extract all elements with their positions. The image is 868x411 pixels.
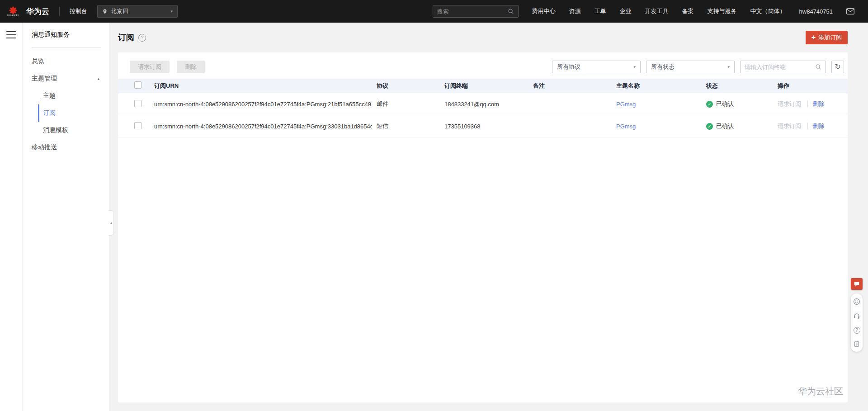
sidebar-strip-divider bbox=[22, 23, 23, 411]
row-checkbox[interactable] bbox=[134, 100, 142, 107]
nav-tickets[interactable]: 工单 bbox=[594, 7, 606, 15]
subscription-urn: urn:smn:cn-north-4:08e529086200257f2f94c… bbox=[150, 123, 372, 130]
console-link[interactable]: 控制台 bbox=[70, 7, 87, 15]
endpoint-value: 17355109368 bbox=[440, 123, 528, 130]
sidebar-item-message-templates[interactable]: 消息模板 bbox=[38, 122, 109, 139]
hamburger-menu-icon[interactable] bbox=[6, 31, 16, 38]
global-search-input[interactable] bbox=[437, 8, 508, 15]
topbar-nav: 费用中心 资源 工单 企业 开发工具 备案 支持与服务 中文（简体） hw847… bbox=[532, 7, 833, 15]
chevron-down-icon: ▾ bbox=[170, 9, 173, 14]
row-delete-action[interactable]: 删除 bbox=[807, 123, 825, 129]
refresh-button[interactable]: ↻ bbox=[831, 61, 844, 73]
status-text: 已确认 bbox=[716, 100, 734, 108]
header-status: 状态 bbox=[702, 82, 773, 90]
search-icon bbox=[508, 8, 514, 14]
protocol-filter-select[interactable]: 所有协议 ▾ bbox=[552, 61, 641, 73]
subscriptions-panel: 请求订阅 删除 所有协议 ▾ 所有状态 ▾ bbox=[118, 52, 848, 402]
header-endpoint: 订阅终端 bbox=[440, 82, 528, 90]
huawei-logo-text: HUAWEI bbox=[7, 14, 19, 17]
status-text: 已确认 bbox=[716, 122, 734, 130]
protocol-value: 短信 bbox=[372, 122, 440, 130]
endpoint-search-input[interactable] bbox=[745, 64, 815, 71]
service-title: 消息通知服务 bbox=[32, 31, 70, 39]
plus-icon: + bbox=[811, 34, 816, 41]
floating-toolbar: ? bbox=[851, 278, 863, 352]
sidebar-item-subscriptions[interactable]: 订阅 bbox=[38, 104, 109, 122]
select-all-checkbox[interactable] bbox=[134, 81, 142, 89]
community-watermark: 华为云社区 bbox=[798, 385, 843, 397]
nav-billing-center[interactable]: 费用中心 bbox=[532, 7, 556, 15]
nav-support[interactable]: 支持与服务 bbox=[708, 7, 737, 15]
location-pin-icon bbox=[102, 9, 108, 14]
header-urn: 订阅URN bbox=[150, 82, 372, 90]
topic-name-link[interactable]: PGmsg bbox=[616, 101, 636, 108]
topbar: HUAWEI 华为云 控制台 北京四 ▾ 费用中心 资源 工单 企业 开发工具 … bbox=[0, 0, 868, 23]
support-headset-icon[interactable] bbox=[853, 312, 860, 320]
table-row: urn:smn:cn-north-4:08e529086200257f2f94c… bbox=[118, 115, 848, 137]
feedback-chat-icon[interactable] bbox=[851, 278, 863, 290]
topic-name-link[interactable]: PGmsg bbox=[616, 123, 636, 130]
topbar-divider bbox=[59, 7, 60, 16]
endpoint-search[interactable] bbox=[740, 61, 826, 73]
main-content: 订阅 ? + 添加订阅 请求订阅 删除 所有协议 ▾ 所有状态 ▾ bbox=[109, 23, 868, 411]
row-request-subscription-action: 请求订阅 bbox=[778, 123, 801, 129]
messages-envelope-icon[interactable] bbox=[846, 8, 854, 14]
sidebar-collapse-handle[interactable]: ◂ bbox=[108, 210, 114, 236]
status-filter-select[interactable]: 所有状态 ▾ bbox=[646, 61, 735, 73]
help-question-icon[interactable]: ? bbox=[854, 327, 860, 334]
status-confirmed-icon: ✓ bbox=[706, 123, 713, 130]
chevron-down-icon: ▾ bbox=[633, 65, 636, 69]
header-operations: 操作 bbox=[773, 82, 848, 90]
help-icon[interactable]: ? bbox=[138, 34, 146, 42]
collapse-left-icon: ◂ bbox=[110, 221, 112, 225]
header-remark: 备注 bbox=[528, 82, 612, 90]
satisfaction-smiley-icon[interactable] bbox=[853, 298, 860, 305]
sidebar: 消息通知服务 总览 主题管理 ▴ 主题 订阅 消息模板 移动推送 bbox=[0, 23, 109, 411]
delete-button[interactable]: 删除 bbox=[177, 61, 205, 73]
subscription-urn: urn:smn:cn-north-4:08e529086200257f2f94c… bbox=[150, 101, 372, 108]
survey-document-icon[interactable] bbox=[854, 341, 860, 347]
huawei-logo-icon: HUAWEI bbox=[5, 6, 22, 17]
chevron-up-icon: ▴ bbox=[97, 76, 99, 81]
header-topic-name: 主题名称 bbox=[612, 82, 702, 90]
header-protocol: 协议 bbox=[372, 82, 440, 90]
nav-resources[interactable]: 资源 bbox=[569, 7, 581, 15]
add-subscription-button[interactable]: + 添加订阅 bbox=[806, 31, 848, 44]
sidebar-nav: 总览 主题管理 ▴ 主题 订阅 消息模板 移动推送 bbox=[0, 53, 109, 156]
sidebar-item-overview[interactable]: 总览 bbox=[0, 53, 109, 70]
row-delete-action[interactable]: 删除 bbox=[807, 100, 825, 107]
chevron-down-icon: ▾ bbox=[727, 65, 730, 69]
sidebar-item-topic-management[interactable]: 主题管理 ▴ bbox=[0, 70, 109, 87]
request-subscription-button[interactable]: 请求订阅 bbox=[130, 61, 170, 73]
table-row: urn:smn:cn-north-4:08e529086200257f2f94c… bbox=[118, 93, 848, 115]
row-checkbox[interactable] bbox=[134, 122, 142, 129]
status-confirmed-icon: ✓ bbox=[706, 101, 713, 108]
sidebar-divider bbox=[32, 47, 101, 47]
nav-language[interactable]: 中文（简体） bbox=[750, 7, 786, 15]
protocol-value: 邮件 bbox=[372, 100, 440, 108]
row-request-subscription-action: 请求订阅 bbox=[778, 100, 801, 107]
refresh-icon: ↻ bbox=[835, 63, 840, 71]
page-title: 订阅 bbox=[118, 32, 134, 43]
brand-title: 华为云 bbox=[26, 6, 49, 17]
sidebar-item-mobile-push[interactable]: 移动推送 bbox=[0, 139, 109, 156]
endpoint-value: 184833241@qq.com bbox=[440, 101, 528, 108]
sidebar-item-topics[interactable]: 主题 bbox=[38, 87, 109, 104]
global-search[interactable] bbox=[433, 5, 519, 18]
table-header: 订阅URN 协议 订阅终端 备注 主题名称 状态 操作 bbox=[118, 79, 848, 93]
region-selector[interactable]: 北京四 ▾ bbox=[97, 5, 178, 18]
nav-account[interactable]: hw84740751 bbox=[799, 8, 833, 15]
search-icon bbox=[815, 64, 821, 70]
nav-enterprise[interactable]: 企业 bbox=[620, 7, 632, 15]
nav-icp-filing[interactable]: 备案 bbox=[682, 7, 694, 15]
region-label: 北京四 bbox=[111, 7, 128, 15]
nav-dev-tools[interactable]: 开发工具 bbox=[645, 7, 669, 15]
